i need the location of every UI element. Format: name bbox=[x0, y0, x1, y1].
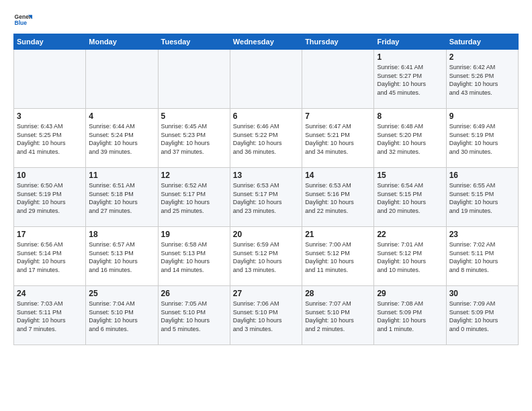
calendar-cell: 10Sunrise: 6:50 AM Sunset: 5:19 PM Dayli… bbox=[14, 168, 86, 227]
svg-text:Blue: Blue bbox=[15, 19, 28, 26]
day-number: 17 bbox=[17, 230, 83, 239]
calendar-cell: 21Sunrise: 7:00 AM Sunset: 5:12 PM Dayli… bbox=[302, 227, 374, 286]
day-number: 1 bbox=[377, 52, 443, 62]
weekday-header: Saturday bbox=[446, 34, 518, 50]
day-number: 5 bbox=[161, 111, 227, 121]
calendar-cell: 20Sunrise: 6:59 AM Sunset: 5:12 PM Dayli… bbox=[230, 227, 302, 286]
calendar-cell: 11Sunrise: 6:51 AM Sunset: 5:18 PM Dayli… bbox=[86, 168, 158, 227]
calendar-table: SundayMondayTuesdayWednesdayThursdayFrid… bbox=[13, 34, 519, 345]
calendar-cell: 8Sunrise: 6:48 AM Sunset: 5:20 PM Daylig… bbox=[374, 109, 446, 168]
weekday-header: Monday bbox=[86, 34, 158, 50]
calendar-cell: 19Sunrise: 6:58 AM Sunset: 5:13 PM Dayli… bbox=[158, 227, 230, 286]
weekday-header: Tuesday bbox=[158, 34, 230, 50]
day-number: 10 bbox=[17, 171, 83, 180]
day-info: Sunrise: 6:42 AM Sunset: 5:26 PM Dayligh… bbox=[449, 63, 515, 97]
calendar-cell: 26Sunrise: 7:05 AM Sunset: 5:10 PM Dayli… bbox=[158, 286, 230, 345]
day-number: 12 bbox=[161, 171, 227, 180]
logo: General Blue bbox=[13, 11, 35, 30]
day-number: 4 bbox=[89, 111, 154, 121]
calendar-cell bbox=[302, 50, 374, 109]
day-number: 27 bbox=[233, 289, 299, 298]
calendar-cell: 13Sunrise: 6:53 AM Sunset: 5:17 PM Dayli… bbox=[230, 168, 302, 227]
day-info: Sunrise: 7:04 AM Sunset: 5:10 PM Dayligh… bbox=[89, 300, 154, 333]
calendar-cell: 23Sunrise: 7:02 AM Sunset: 5:11 PM Dayli… bbox=[446, 227, 518, 286]
page: General Blue SundayMondayTuesdayWednesda… bbox=[0, 0, 532, 352]
calendar-cell: 3Sunrise: 6:43 AM Sunset: 5:25 PM Daylig… bbox=[14, 109, 86, 168]
calendar-cell bbox=[14, 50, 86, 109]
day-info: Sunrise: 7:02 AM Sunset: 5:11 PM Dayligh… bbox=[449, 240, 515, 274]
day-number: 11 bbox=[89, 171, 154, 180]
calendar-header-row: SundayMondayTuesdayWednesdayThursdayFrid… bbox=[14, 34, 519, 50]
calendar-cell: 22Sunrise: 7:01 AM Sunset: 5:12 PM Dayli… bbox=[374, 227, 446, 286]
calendar-cell: 14Sunrise: 6:53 AM Sunset: 5:16 PM Dayli… bbox=[302, 168, 374, 227]
day-info: Sunrise: 6:44 AM Sunset: 5:24 PM Dayligh… bbox=[89, 122, 154, 156]
calendar-week-row: 24Sunrise: 7:03 AM Sunset: 5:11 PM Dayli… bbox=[14, 286, 519, 345]
day-info: Sunrise: 7:03 AM Sunset: 5:11 PM Dayligh… bbox=[17, 300, 83, 333]
day-info: Sunrise: 6:43 AM Sunset: 5:25 PM Dayligh… bbox=[17, 122, 83, 156]
calendar-cell: 16Sunrise: 6:55 AM Sunset: 5:15 PM Dayli… bbox=[446, 168, 518, 227]
logo-icon: General Blue bbox=[13, 11, 32, 30]
day-number: 6 bbox=[233, 111, 299, 121]
day-info: Sunrise: 6:52 AM Sunset: 5:17 PM Dayligh… bbox=[161, 181, 227, 215]
calendar-cell bbox=[158, 50, 230, 109]
day-number: 19 bbox=[161, 230, 227, 239]
day-info: Sunrise: 6:46 AM Sunset: 5:22 PM Dayligh… bbox=[233, 122, 299, 156]
calendar-cell: 24Sunrise: 7:03 AM Sunset: 5:11 PM Dayli… bbox=[14, 286, 86, 345]
calendar-cell: 6Sunrise: 6:46 AM Sunset: 5:22 PM Daylig… bbox=[230, 109, 302, 168]
calendar-cell: 7Sunrise: 6:47 AM Sunset: 5:21 PM Daylig… bbox=[302, 109, 374, 168]
day-info: Sunrise: 6:57 AM Sunset: 5:13 PM Dayligh… bbox=[89, 240, 154, 274]
calendar-cell: 30Sunrise: 7:09 AM Sunset: 5:09 PM Dayli… bbox=[446, 286, 518, 345]
day-info: Sunrise: 6:53 AM Sunset: 5:16 PM Dayligh… bbox=[305, 181, 371, 215]
day-info: Sunrise: 6:47 AM Sunset: 5:21 PM Dayligh… bbox=[305, 122, 371, 156]
day-number: 21 bbox=[305, 230, 371, 239]
day-number: 26 bbox=[161, 289, 227, 298]
calendar-cell: 9Sunrise: 6:49 AM Sunset: 5:19 PM Daylig… bbox=[446, 109, 518, 168]
calendar-cell: 18Sunrise: 6:57 AM Sunset: 5:13 PM Dayli… bbox=[86, 227, 158, 286]
day-number: 22 bbox=[377, 230, 443, 239]
day-info: Sunrise: 7:01 AM Sunset: 5:12 PM Dayligh… bbox=[377, 240, 443, 274]
day-number: 7 bbox=[305, 111, 371, 121]
calendar-week-row: 10Sunrise: 6:50 AM Sunset: 5:19 PM Dayli… bbox=[14, 168, 519, 227]
day-info: Sunrise: 6:58 AM Sunset: 5:13 PM Dayligh… bbox=[161, 240, 227, 274]
day-info: Sunrise: 7:08 AM Sunset: 5:09 PM Dayligh… bbox=[377, 300, 443, 333]
day-number: 16 bbox=[449, 171, 515, 180]
calendar-cell: 12Sunrise: 6:52 AM Sunset: 5:17 PM Dayli… bbox=[158, 168, 230, 227]
day-info: Sunrise: 6:50 AM Sunset: 5:19 PM Dayligh… bbox=[17, 181, 83, 215]
day-number: 24 bbox=[17, 289, 83, 298]
day-info: Sunrise: 7:07 AM Sunset: 5:10 PM Dayligh… bbox=[305, 300, 371, 333]
day-info: Sunrise: 6:56 AM Sunset: 5:14 PM Dayligh… bbox=[17, 240, 83, 274]
calendar-week-row: 1Sunrise: 6:41 AM Sunset: 5:27 PM Daylig… bbox=[14, 50, 519, 109]
calendar-cell: 17Sunrise: 6:56 AM Sunset: 5:14 PM Dayli… bbox=[14, 227, 86, 286]
day-number: 2 bbox=[449, 52, 515, 62]
day-info: Sunrise: 6:41 AM Sunset: 5:27 PM Dayligh… bbox=[377, 63, 443, 97]
calendar-cell: 28Sunrise: 7:07 AM Sunset: 5:10 PM Dayli… bbox=[302, 286, 374, 345]
calendar-week-row: 17Sunrise: 6:56 AM Sunset: 5:14 PM Dayli… bbox=[14, 227, 519, 286]
header: General Blue bbox=[13, 11, 519, 30]
day-info: Sunrise: 6:54 AM Sunset: 5:15 PM Dayligh… bbox=[377, 181, 443, 215]
day-info: Sunrise: 6:49 AM Sunset: 5:19 PM Dayligh… bbox=[449, 122, 515, 156]
day-number: 30 bbox=[449, 289, 515, 298]
day-number: 28 bbox=[305, 289, 371, 298]
calendar-cell: 15Sunrise: 6:54 AM Sunset: 5:15 PM Dayli… bbox=[374, 168, 446, 227]
weekday-header: Friday bbox=[374, 34, 446, 50]
calendar-cell: 27Sunrise: 7:06 AM Sunset: 5:10 PM Dayli… bbox=[230, 286, 302, 345]
calendar-body: 1Sunrise: 6:41 AM Sunset: 5:27 PM Daylig… bbox=[14, 50, 519, 345]
day-number: 14 bbox=[305, 171, 371, 180]
day-info: Sunrise: 6:55 AM Sunset: 5:15 PM Dayligh… bbox=[449, 181, 515, 215]
day-info: Sunrise: 6:59 AM Sunset: 5:12 PM Dayligh… bbox=[233, 240, 299, 274]
day-info: Sunrise: 6:53 AM Sunset: 5:17 PM Dayligh… bbox=[233, 181, 299, 215]
day-info: Sunrise: 6:45 AM Sunset: 5:23 PM Dayligh… bbox=[161, 122, 227, 156]
day-number: 29 bbox=[377, 289, 443, 298]
day-number: 20 bbox=[233, 230, 299, 239]
day-info: Sunrise: 7:05 AM Sunset: 5:10 PM Dayligh… bbox=[161, 300, 227, 333]
calendar-cell bbox=[86, 50, 158, 109]
calendar-cell: 1Sunrise: 6:41 AM Sunset: 5:27 PM Daylig… bbox=[374, 50, 446, 109]
calendar-cell: 2Sunrise: 6:42 AM Sunset: 5:26 PM Daylig… bbox=[446, 50, 518, 109]
weekday-header: Sunday bbox=[14, 34, 86, 50]
day-number: 18 bbox=[89, 230, 154, 239]
weekday-header: Wednesday bbox=[230, 34, 302, 50]
svg-text:General: General bbox=[15, 13, 32, 20]
day-number: 15 bbox=[377, 171, 443, 180]
day-info: Sunrise: 7:09 AM Sunset: 5:09 PM Dayligh… bbox=[449, 300, 515, 333]
weekday-header: Thursday bbox=[302, 34, 374, 50]
